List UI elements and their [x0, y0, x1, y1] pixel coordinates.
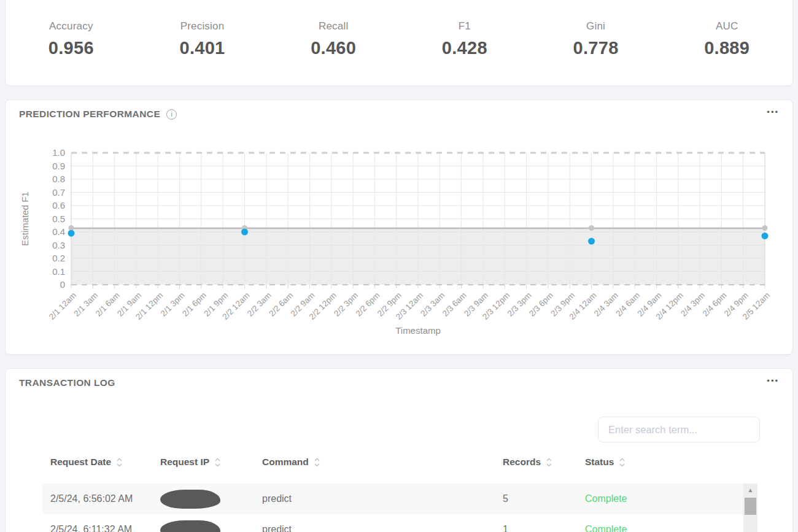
- metric-label: Gini: [530, 20, 662, 33]
- svg-text:0.7: 0.7: [52, 187, 65, 198]
- metric-accuracy: Accuracy0.956: [6, 20, 137, 58]
- metric-value: 0.956: [6, 38, 137, 58]
- sort-icon: [314, 458, 320, 467]
- svg-text:1.0: 1.0: [52, 147, 65, 158]
- svg-text:0.2: 0.2: [52, 253, 65, 263]
- column-label: Request Date: [50, 457, 111, 468]
- metric-label: AUC: [661, 20, 792, 33]
- metric-label: F1: [399, 20, 530, 33]
- column-header-request-ip[interactable]: Request IP: [160, 457, 220, 468]
- svg-text:0.8: 0.8: [52, 174, 65, 184]
- cell-command: predict: [262, 514, 292, 532]
- column-header-records[interactable]: Records: [503, 457, 552, 468]
- metric-value: 0.778: [530, 38, 662, 58]
- svg-text:0: 0: [60, 279, 65, 290]
- metric-label: Recall: [268, 20, 399, 33]
- cell-request-date: 2/5/24, 6:56:02 AM: [50, 484, 133, 514]
- table-header-row: Request DateRequest IPCommandRecordsStat…: [42, 457, 743, 472]
- transaction-log-title: TRANSACTION LOG: [19, 377, 115, 388]
- cell-records: 1: [503, 514, 508, 532]
- scrollbar-thumb[interactable]: [745, 498, 756, 515]
- transaction-log-panel: TRANSACTION LOG ••• Request DateRequest …: [5, 368, 793, 532]
- column-header-request-date[interactable]: Request Date: [50, 457, 122, 468]
- cell-status: Complete: [585, 484, 627, 514]
- metric-value: 0.460: [268, 38, 399, 58]
- performance-chart: 00.10.20.30.40.50.60.70.80.91.02/1 12am2…: [6, 100, 792, 354]
- cell-request-ip: [160, 514, 220, 532]
- metric-recall: Recall0.460: [268, 20, 399, 58]
- metric-value: 0.428: [399, 38, 530, 58]
- column-label: Request IP: [160, 457, 209, 468]
- svg-text:0.4: 0.4: [52, 226, 65, 237]
- svg-text:Estimated F1: Estimated F1: [20, 191, 30, 245]
- redacted-ip-blob: [160, 520, 220, 532]
- column-header-status[interactable]: Status: [585, 457, 625, 468]
- metric-f1: F10.428: [399, 20, 530, 58]
- metric-auc: AUC0.889: [661, 20, 792, 58]
- prediction-performance-panel: PREDICTION PERFORMANCE i ••• 00.10.20.30…: [5, 99, 793, 355]
- column-label: Status: [585, 457, 614, 468]
- cell-records: 5: [503, 484, 508, 514]
- sort-icon: [619, 458, 625, 467]
- metric-label: Precision: [137, 20, 268, 33]
- metric-value: 0.889: [661, 38, 792, 58]
- table-scrollbar[interactable]: ▲: [743, 484, 757, 532]
- metric-label: Accuracy: [6, 20, 137, 33]
- sort-icon: [546, 458, 552, 467]
- sort-icon: [117, 458, 122, 467]
- cell-request-date: 2/5/24, 6:11:32 AM: [50, 514, 132, 532]
- cell-command: predict: [262, 484, 292, 514]
- search-input[interactable]: [598, 417, 760, 442]
- table-body: 2/5/24, 6:56:02 AMpredict5Complete2/5/24…: [6, 484, 792, 532]
- cell-status: Complete: [585, 514, 627, 532]
- svg-text:0.9: 0.9: [52, 161, 65, 171]
- redacted-ip-blob: [160, 490, 220, 509]
- column-label: Records: [503, 457, 541, 468]
- column-label: Command: [262, 457, 309, 468]
- metrics-summary-card: Accuracy0.956Precision0.401Recall0.460F1…: [5, 0, 793, 86]
- table-row[interactable]: 2/5/24, 6:56:02 AMpredict5Complete: [42, 484, 743, 514]
- svg-text:0.5: 0.5: [52, 214, 65, 224]
- svg-text:0.6: 0.6: [52, 200, 65, 210]
- scrollbar-up-arrow-icon[interactable]: ▲: [743, 487, 757, 494]
- metric-gini: Gini0.778: [530, 20, 662, 58]
- svg-text:0.1: 0.1: [52, 266, 65, 277]
- svg-text:0.3: 0.3: [52, 240, 65, 250]
- svg-text:Timestamp: Timestamp: [395, 325, 441, 336]
- sort-icon: [215, 458, 220, 467]
- column-header-command[interactable]: Command: [262, 457, 320, 468]
- metric-value: 0.401: [137, 38, 268, 58]
- cell-request-ip: [160, 484, 220, 514]
- metrics-row: Accuracy0.956Precision0.401Recall0.460F1…: [6, 20, 792, 58]
- svg-text:2/1 12am: 2/1 12am: [47, 291, 78, 322]
- metric-precision: Precision0.401: [137, 20, 268, 58]
- panel-menu-icon[interactable]: •••: [767, 375, 779, 387]
- table-row[interactable]: 2/5/24, 6:11:32 AMpredict1Complete: [42, 514, 743, 532]
